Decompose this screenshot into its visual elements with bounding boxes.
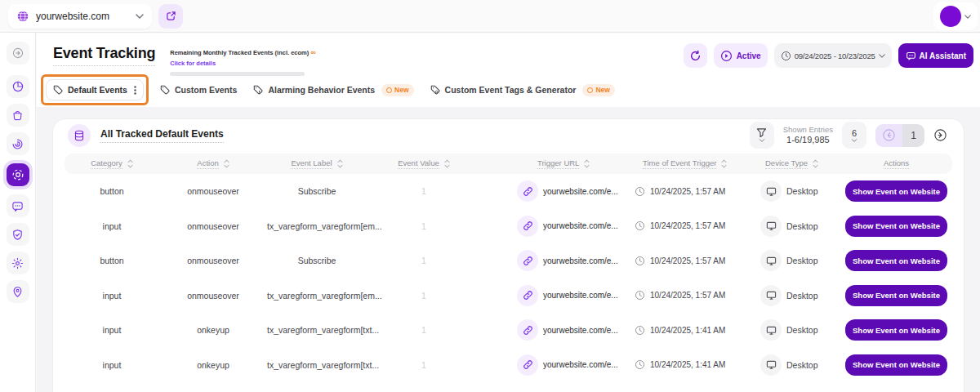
current-page[interactable]: 1 bbox=[902, 124, 924, 147]
sidebar-item-feedback[interactable] bbox=[7, 194, 29, 217]
kebab-menu-icon[interactable] bbox=[134, 86, 136, 95]
tab-custom-event-tags-generator[interactable]: Custom Event Tags & Generator New bbox=[430, 84, 615, 96]
sort-icon[interactable] bbox=[224, 159, 229, 168]
sidebar-item-settings[interactable] bbox=[7, 252, 29, 274]
link-icon-circle[interactable] bbox=[517, 319, 538, 341]
website-name: yourwebsite.com bbox=[36, 11, 129, 22]
website-selector[interactable]: yourwebsite.com bbox=[8, 4, 152, 29]
cell-event-label: Subscribe bbox=[267, 256, 367, 265]
cell-action: onmouseover bbox=[159, 186, 267, 196]
tab-default-events[interactable]: Default Events bbox=[46, 79, 144, 100]
clock-icon bbox=[781, 51, 791, 61]
chevron-down-icon bbox=[759, 139, 765, 142]
cell-actions: Show Event on Website bbox=[840, 285, 952, 306]
column-header-event-value[interactable]: Event Value bbox=[367, 158, 481, 169]
database-icon-circle bbox=[68, 124, 91, 147]
remaining-label: Remaining Monthly Tracked Events (incl. … bbox=[170, 49, 309, 56]
sort-icon[interactable] bbox=[337, 159, 343, 168]
cell-category: input bbox=[65, 325, 159, 335]
cell-trigger-url: yourwebsite.com/e... bbox=[481, 319, 620, 341]
page-size-selector[interactable]: 6 bbox=[842, 122, 866, 149]
remaining-progress-bar bbox=[170, 72, 305, 76]
main-area: Event Tracking Remaining Monthly Tracked… bbox=[37, 33, 980, 392]
cell-actions: Show Event on Website bbox=[840, 319, 952, 341]
show-event-button[interactable]: Show Event on Website bbox=[845, 180, 947, 202]
cell-action: onmouseover bbox=[159, 256, 267, 265]
user-menu[interactable] bbox=[933, 2, 978, 30]
link-icon bbox=[523, 325, 533, 336]
column-header-time[interactable]: Time of Event Trigger bbox=[620, 158, 752, 169]
clock-icon bbox=[635, 186, 645, 197]
cell-event-label: tx_varegform_varegform[txt... bbox=[267, 325, 367, 335]
show-event-button[interactable]: Show Event on Website bbox=[845, 319, 947, 341]
column-header-action[interactable]: Action bbox=[159, 158, 267, 169]
sidebar-item-ecommerce[interactable] bbox=[7, 104, 29, 127]
pagination: 1 bbox=[875, 124, 949, 147]
funnel-icon bbox=[756, 128, 767, 138]
table-title: All Tracked Default Events bbox=[100, 128, 224, 143]
tab-alarming-behavior-events[interactable]: Alarming Behavior Events New bbox=[253, 84, 413, 96]
open-website-button[interactable] bbox=[158, 4, 183, 29]
column-header-category[interactable]: Category bbox=[65, 158, 159, 169]
column-header-trigger-url[interactable]: Trigger URL bbox=[481, 158, 620, 169]
link-icon-circle[interactable] bbox=[517, 250, 538, 271]
ai-chat-icon bbox=[906, 51, 916, 61]
table-row: button onmouseover Subscribe 1 yourwebsi… bbox=[65, 243, 952, 278]
cell-time: 10/24/2025, 1:41 AM bbox=[620, 359, 752, 370]
cell-time: 10/24/2025, 1:57 AM bbox=[620, 290, 752, 301]
sort-icon[interactable] bbox=[584, 159, 590, 168]
sidebar-item-event-tracking[interactable] bbox=[7, 163, 29, 186]
refresh-button[interactable] bbox=[684, 43, 707, 68]
sort-icon[interactable] bbox=[444, 159, 450, 168]
cell-actions: Show Event on Website bbox=[840, 180, 952, 202]
new-badge-dot-icon bbox=[386, 87, 392, 93]
external-link-icon bbox=[166, 11, 176, 21]
tab-custom-events[interactable]: Custom Events bbox=[160, 85, 237, 95]
tracking-status-button[interactable]: Active bbox=[714, 43, 768, 68]
filter-button[interactable] bbox=[750, 122, 774, 149]
tag-icon bbox=[53, 85, 63, 95]
shopping-bag-icon bbox=[11, 109, 24, 122]
cell-event-label: Subscribe bbox=[267, 186, 367, 196]
sidebar-item-analytics[interactable] bbox=[7, 75, 29, 98]
sidebar-item-privacy[interactable] bbox=[7, 223, 29, 246]
sidebar-item-collapse[interactable] bbox=[7, 42, 29, 65]
tag-icon bbox=[160, 85, 170, 95]
link-icon-circle[interactable] bbox=[517, 285, 538, 306]
link-icon-circle[interactable] bbox=[517, 180, 538, 202]
cell-device-type: Desktop bbox=[752, 319, 840, 341]
date-range-value: 09/24/2025 - 10/23/2025 bbox=[795, 51, 875, 60]
link-icon-circle[interactable] bbox=[517, 216, 538, 237]
show-event-button[interactable]: Show Event on Website bbox=[845, 354, 947, 376]
cell-category: button bbox=[65, 256, 159, 265]
device-icon-circle bbox=[760, 180, 782, 202]
show-event-button[interactable]: Show Event on Website bbox=[845, 250, 947, 271]
previous-page-button[interactable] bbox=[875, 124, 902, 147]
cell-event-label: tx_varegform_varegform[em... bbox=[267, 291, 367, 301]
sidebar-item-behavior[interactable] bbox=[7, 132, 29, 155]
show-event-button[interactable]: Show Event on Website bbox=[845, 285, 947, 306]
column-header-event-label[interactable]: Event Label bbox=[267, 158, 367, 169]
cell-action: onmouseover bbox=[159, 291, 267, 301]
monitor-icon bbox=[766, 359, 777, 370]
sort-icon[interactable] bbox=[721, 159, 727, 168]
date-range-picker[interactable]: 09/24/2025 - 10/23/2025 bbox=[774, 43, 892, 68]
click-for-details-link[interactable]: Click for details bbox=[170, 60, 315, 67]
globe-icon bbox=[16, 10, 29, 23]
cell-actions: Show Event on Website bbox=[840, 216, 952, 237]
sidebar-item-location[interactable] bbox=[7, 280, 29, 303]
next-page-button[interactable] bbox=[931, 127, 949, 145]
cell-event-label: tx_varegform_varegform[em... bbox=[267, 221, 367, 231]
show-event-button[interactable]: Show Event on Website bbox=[845, 216, 947, 237]
remaining-events[interactable]: Remaining Monthly Tracked Events (incl. … bbox=[170, 43, 315, 76]
cell-time: 10/24/2025, 1:41 AM bbox=[620, 325, 752, 336]
ai-assistant-button[interactable]: AI Assistant bbox=[898, 43, 973, 68]
link-icon-circle[interactable] bbox=[517, 354, 538, 376]
column-header-device-type[interactable]: Device Type bbox=[752, 158, 840, 169]
column-header-actions: Actions bbox=[840, 158, 952, 169]
sort-icon[interactable] bbox=[813, 159, 818, 168]
monitor-icon bbox=[766, 325, 777, 336]
map-pin-icon bbox=[11, 286, 24, 298]
sort-icon[interactable] bbox=[127, 159, 133, 168]
cell-category: input bbox=[65, 221, 159, 231]
